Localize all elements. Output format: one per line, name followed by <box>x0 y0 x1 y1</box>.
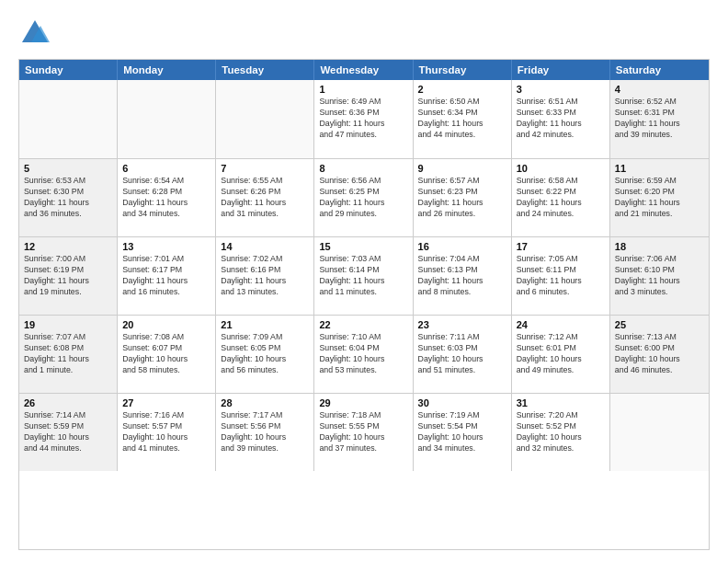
cell-text: Sunrise: 7:11 AM Sunset: 6:03 PM Dayligh… <box>418 332 506 376</box>
cell-text: Sunrise: 6:58 AM Sunset: 6:22 PM Dayligh… <box>517 176 605 220</box>
calendar-cell: 16Sunrise: 7:04 AM Sunset: 6:13 PM Dayli… <box>414 237 512 315</box>
day-number: 9 <box>418 163 506 174</box>
calendar-cell: 27Sunrise: 7:16 AM Sunset: 5:57 PM Dayli… <box>118 394 216 471</box>
logo-icon <box>18 17 51 50</box>
cell-text: Sunrise: 7:05 AM Sunset: 6:11 PM Dayligh… <box>517 254 605 298</box>
day-number: 28 <box>221 397 309 408</box>
header-day: Tuesday <box>216 60 314 80</box>
header <box>18 17 710 50</box>
calendar-cell: 26Sunrise: 7:14 AM Sunset: 5:59 PM Dayli… <box>19 394 118 471</box>
day-number: 11 <box>615 163 704 174</box>
day-number: 29 <box>319 397 407 408</box>
day-number: 26 <box>24 397 112 408</box>
day-number: 12 <box>24 241 112 252</box>
calendar-cell: 4Sunrise: 6:52 AM Sunset: 6:31 PM Daylig… <box>610 80 709 158</box>
calendar-cell: 25Sunrise: 7:13 AM Sunset: 6:00 PM Dayli… <box>610 316 709 393</box>
cell-text: Sunrise: 7:08 AM Sunset: 6:07 PM Dayligh… <box>122 332 210 376</box>
cell-text: Sunrise: 7:02 AM Sunset: 6:16 PM Dayligh… <box>221 254 309 298</box>
calendar-cell <box>19 80 118 158</box>
day-number: 25 <box>615 319 704 330</box>
day-number: 2 <box>418 84 506 95</box>
day-number: 20 <box>122 319 210 330</box>
cell-text: Sunrise: 7:04 AM Sunset: 6:13 PM Dayligh… <box>418 254 506 298</box>
cell-text: Sunrise: 7:07 AM Sunset: 6:08 PM Dayligh… <box>24 332 112 376</box>
cell-text: Sunrise: 6:52 AM Sunset: 6:31 PM Dayligh… <box>615 97 704 141</box>
day-number: 16 <box>418 241 506 252</box>
cell-text: Sunrise: 7:00 AM Sunset: 6:19 PM Dayligh… <box>24 254 112 298</box>
calendar-cell: 20Sunrise: 7:08 AM Sunset: 6:07 PM Dayli… <box>118 316 216 393</box>
page: SundayMondayTuesdayWednesdayThursdayFrid… <box>0 0 728 563</box>
calendar-cell: 7Sunrise: 6:55 AM Sunset: 6:26 PM Daylig… <box>216 159 314 236</box>
calendar-row: 19Sunrise: 7:07 AM Sunset: 6:08 PM Dayli… <box>19 315 709 393</box>
cell-text: Sunrise: 7:13 AM Sunset: 6:00 PM Dayligh… <box>615 332 704 376</box>
cell-text: Sunrise: 7:12 AM Sunset: 6:01 PM Dayligh… <box>517 332 605 376</box>
day-number: 5 <box>24 163 112 174</box>
day-number: 19 <box>24 319 112 330</box>
header-day: Saturday <box>610 60 709 80</box>
day-number: 31 <box>517 397 605 408</box>
calendar-cell: 1Sunrise: 6:49 AM Sunset: 6:36 PM Daylig… <box>314 80 413 158</box>
calendar-body: 1Sunrise: 6:49 AM Sunset: 6:36 PM Daylig… <box>19 80 709 549</box>
calendar-cell: 5Sunrise: 6:53 AM Sunset: 6:30 PM Daylig… <box>19 159 118 236</box>
header-day: Sunday <box>19 60 118 80</box>
calendar-cell: 2Sunrise: 6:50 AM Sunset: 6:34 PM Daylig… <box>414 80 512 158</box>
cell-text: Sunrise: 7:14 AM Sunset: 5:59 PM Dayligh… <box>24 410 112 454</box>
day-number: 23 <box>418 319 506 330</box>
calendar-cell <box>216 80 314 158</box>
day-number: 18 <box>615 241 704 252</box>
calendar: SundayMondayTuesdayWednesdayThursdayFrid… <box>18 59 710 550</box>
cell-text: Sunrise: 7:06 AM Sunset: 6:10 PM Dayligh… <box>615 254 704 298</box>
calendar-header: SundayMondayTuesdayWednesdayThursdayFrid… <box>19 60 709 80</box>
header-day: Monday <box>118 60 216 80</box>
calendar-cell: 11Sunrise: 6:59 AM Sunset: 6:20 PM Dayli… <box>610 159 709 236</box>
calendar-cell <box>610 394 709 471</box>
calendar-cell: 29Sunrise: 7:18 AM Sunset: 5:55 PM Dayli… <box>314 394 413 471</box>
calendar-cell: 17Sunrise: 7:05 AM Sunset: 6:11 PM Dayli… <box>512 237 610 315</box>
logo <box>18 17 55 50</box>
calendar-cell: 21Sunrise: 7:09 AM Sunset: 6:05 PM Dayli… <box>216 316 314 393</box>
cell-text: Sunrise: 7:10 AM Sunset: 6:04 PM Dayligh… <box>319 332 407 376</box>
day-number: 22 <box>319 319 407 330</box>
cell-text: Sunrise: 6:49 AM Sunset: 6:36 PM Dayligh… <box>319 97 407 141</box>
calendar-cell: 8Sunrise: 6:56 AM Sunset: 6:25 PM Daylig… <box>314 159 413 236</box>
calendar-cell: 14Sunrise: 7:02 AM Sunset: 6:16 PM Dayli… <box>216 237 314 315</box>
day-number: 10 <box>517 163 605 174</box>
header-day: Friday <box>512 60 610 80</box>
day-number: 27 <box>122 397 210 408</box>
cell-text: Sunrise: 7:09 AM Sunset: 6:05 PM Dayligh… <box>221 332 309 376</box>
calendar-cell: 15Sunrise: 7:03 AM Sunset: 6:14 PM Dayli… <box>314 237 413 315</box>
calendar-cell: 28Sunrise: 7:17 AM Sunset: 5:56 PM Dayli… <box>216 394 314 471</box>
calendar-cell: 13Sunrise: 7:01 AM Sunset: 6:17 PM Dayli… <box>118 237 216 315</box>
day-number: 4 <box>615 84 704 95</box>
cell-text: Sunrise: 7:16 AM Sunset: 5:57 PM Dayligh… <box>122 410 210 454</box>
calendar-cell: 19Sunrise: 7:07 AM Sunset: 6:08 PM Dayli… <box>19 316 118 393</box>
day-number: 14 <box>221 241 309 252</box>
day-number: 6 <box>122 163 210 174</box>
calendar-row: 5Sunrise: 6:53 AM Sunset: 6:30 PM Daylig… <box>19 158 709 236</box>
cell-text: Sunrise: 6:50 AM Sunset: 6:34 PM Dayligh… <box>418 97 506 141</box>
day-number: 30 <box>418 397 506 408</box>
cell-text: Sunrise: 6:57 AM Sunset: 6:23 PM Dayligh… <box>418 176 506 220</box>
cell-text: Sunrise: 6:59 AM Sunset: 6:20 PM Dayligh… <box>615 176 704 220</box>
calendar-cell: 6Sunrise: 6:54 AM Sunset: 6:28 PM Daylig… <box>118 159 216 236</box>
day-number: 15 <box>319 241 407 252</box>
cell-text: Sunrise: 6:55 AM Sunset: 6:26 PM Dayligh… <box>221 176 309 220</box>
header-day: Wednesday <box>314 60 413 80</box>
calendar-cell <box>118 80 216 158</box>
cell-text: Sunrise: 6:56 AM Sunset: 6:25 PM Dayligh… <box>319 176 407 220</box>
day-number: 21 <box>221 319 309 330</box>
calendar-row: 26Sunrise: 7:14 AM Sunset: 5:59 PM Dayli… <box>19 393 709 471</box>
cell-text: Sunrise: 7:17 AM Sunset: 5:56 PM Dayligh… <box>221 410 309 454</box>
cell-text: Sunrise: 7:20 AM Sunset: 5:52 PM Dayligh… <box>517 410 605 454</box>
day-number: 17 <box>517 241 605 252</box>
calendar-cell: 31Sunrise: 7:20 AM Sunset: 5:52 PM Dayli… <box>512 394 610 471</box>
cell-text: Sunrise: 7:01 AM Sunset: 6:17 PM Dayligh… <box>122 254 210 298</box>
day-number: 3 <box>517 84 605 95</box>
day-number: 13 <box>122 241 210 252</box>
calendar-cell: 24Sunrise: 7:12 AM Sunset: 6:01 PM Dayli… <box>512 316 610 393</box>
calendar-cell: 18Sunrise: 7:06 AM Sunset: 6:10 PM Dayli… <box>610 237 709 315</box>
calendar-cell: 23Sunrise: 7:11 AM Sunset: 6:03 PM Dayli… <box>414 316 512 393</box>
header-day: Thursday <box>414 60 512 80</box>
cell-text: Sunrise: 6:54 AM Sunset: 6:28 PM Dayligh… <box>122 176 210 220</box>
cell-text: Sunrise: 7:19 AM Sunset: 5:54 PM Dayligh… <box>418 410 506 454</box>
